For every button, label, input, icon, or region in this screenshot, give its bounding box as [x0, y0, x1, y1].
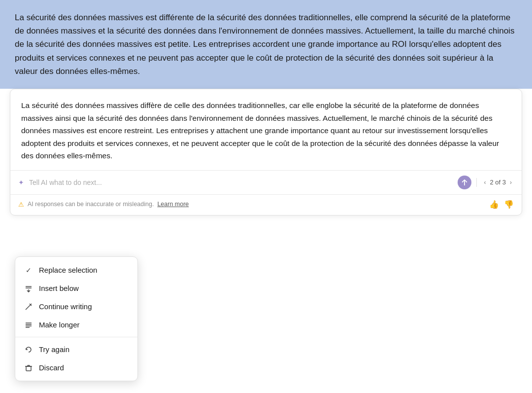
menu-divider: [15, 337, 137, 337]
learn-more-link[interactable]: Learn more: [157, 201, 189, 208]
menu-item-label-make-longer: Make longer: [39, 321, 80, 329]
svg-rect-9: [26, 366, 31, 371]
warning-left: ⚠ AI responses can be inaccurate or misl…: [18, 201, 189, 208]
menu-item-label-try-again: Try again: [39, 345, 69, 354]
ai-input-placeholder[interactable]: Tell AI what to do next...: [29, 179, 453, 186]
trash-icon: [24, 364, 33, 372]
dropdown-menu: ✓ Replace selection Insert below: [15, 256, 138, 381]
thumbs-up-button[interactable]: 👍: [489, 200, 499, 209]
menu-item-insert-below[interactable]: Insert below: [15, 279, 137, 297]
page-wrapper: La sécurité des données massives est dif…: [0, 0, 532, 393]
sparkle-icon: ✦: [18, 179, 24, 186]
send-icon: [461, 179, 468, 186]
ai-response-panel: La sécurité des données massives diffère…: [10, 89, 522, 215]
menu-item-try-again[interactable]: Try again: [15, 340, 137, 358]
nav-controls: ‹ 2 of 3 ›: [482, 178, 514, 187]
thumbs-down-button[interactable]: 👎: [504, 200, 514, 209]
warning-icon: ⚠: [18, 201, 24, 208]
ai-response-text: La sécurité des données massives diffère…: [10, 89, 522, 170]
feedback-icons: 👍 👎: [489, 200, 514, 209]
menu-item-make-longer[interactable]: Make longer: [15, 316, 137, 334]
menu-item-label-insert-below: Insert below: [39, 284, 79, 292]
ai-warning-row: ⚠ AI responses can be inaccurate or misl…: [10, 194, 522, 215]
ai-input-row: ✦ Tell AI what to do next... ‹ 2 of 3 ›: [10, 170, 522, 194]
nav-prev-button[interactable]: ‹: [482, 178, 488, 187]
menu-item-label-continue-writing: Continue writing: [39, 302, 92, 311]
menu-item-label-replace: Replace selection: [39, 266, 97, 274]
selected-text: La sécurité des données massives est dif…: [15, 11, 517, 78]
checkmark-icon: ✓: [24, 266, 33, 274]
ai-input-right: ‹ 2 of 3 ›: [458, 176, 514, 189]
undo-icon: [24, 346, 33, 354]
nav-label: 2 of 3: [490, 179, 506, 186]
insert-below-icon: [24, 285, 33, 292]
menu-item-replace-selection[interactable]: ✓ Replace selection: [15, 261, 137, 279]
warning-text: AI responses can be inaccurate or mislea…: [28, 201, 154, 208]
menu-item-label-discard: Discard: [39, 363, 64, 372]
nav-next-button[interactable]: ›: [508, 178, 514, 187]
menu-item-discard[interactable]: Discard: [15, 358, 137, 377]
pen-icon: [24, 303, 33, 311]
lines-icon: [24, 321, 33, 329]
selected-text-area: La sécurité des données massives est dif…: [0, 0, 532, 89]
nav-divider: [476, 178, 477, 187]
send-button[interactable]: [458, 176, 471, 189]
menu-item-continue-writing[interactable]: Continue writing: [15, 297, 137, 316]
